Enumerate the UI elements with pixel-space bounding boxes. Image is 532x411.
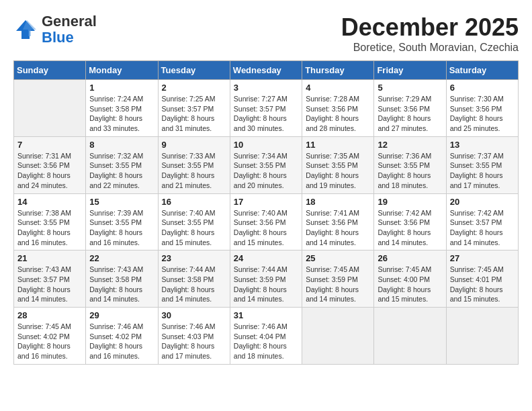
calendar-cell: 21Sunrise: 7:43 AM Sunset: 3:57 PM Dayli… bbox=[14, 250, 86, 308]
weekday-header-friday: Friday bbox=[374, 61, 446, 80]
day-info: Sunrise: 7:29 AM Sunset: 3:56 PM Dayligh… bbox=[378, 94, 442, 134]
calendar-cell: 14Sunrise: 7:38 AM Sunset: 3:55 PM Dayli… bbox=[14, 193, 86, 250]
day-number: 20 bbox=[450, 197, 515, 207]
day-info: Sunrise: 7:45 AM Sunset: 4:00 PM Dayligh… bbox=[378, 265, 442, 304]
day-number: 30 bbox=[162, 310, 226, 320]
calendar-cell: 7Sunrise: 7:31 AM Sunset: 3:56 PM Daylig… bbox=[14, 136, 86, 193]
day-number: 8 bbox=[89, 140, 154, 150]
logo: General Blue bbox=[13, 13, 97, 46]
day-info: Sunrise: 7:46 AM Sunset: 4:03 PM Dayligh… bbox=[162, 322, 226, 361]
month-title: December 2025 bbox=[341, 13, 519, 42]
calendar-cell: 25Sunrise: 7:45 AM Sunset: 3:59 PM Dayli… bbox=[302, 250, 374, 308]
calendar-cell: 3Sunrise: 7:27 AM Sunset: 3:57 PM Daylig… bbox=[230, 80, 302, 137]
weekday-header-monday: Monday bbox=[86, 61, 158, 80]
day-info: Sunrise: 7:39 AM Sunset: 3:55 PM Dayligh… bbox=[89, 208, 154, 248]
calendar-cell: 28Sunrise: 7:45 AM Sunset: 4:02 PM Dayli… bbox=[14, 308, 86, 365]
calendar-cell: 8Sunrise: 7:32 AM Sunset: 3:55 PM Daylig… bbox=[86, 136, 158, 193]
day-info: Sunrise: 7:40 AM Sunset: 3:56 PM Dayligh… bbox=[234, 208, 298, 248]
calendar-cell: 15Sunrise: 7:39 AM Sunset: 3:55 PM Dayli… bbox=[86, 193, 158, 250]
calendar-cell: 4Sunrise: 7:28 AM Sunset: 3:56 PM Daylig… bbox=[302, 80, 374, 137]
calendar-cell: 1Sunrise: 7:24 AM Sunset: 3:58 PM Daylig… bbox=[86, 80, 158, 137]
day-number: 7 bbox=[17, 140, 82, 150]
calendar-cell bbox=[446, 308, 518, 365]
calendar-cell bbox=[302, 308, 374, 365]
day-number: 31 bbox=[234, 310, 298, 320]
day-number: 26 bbox=[378, 253, 442, 263]
day-number: 25 bbox=[306, 253, 370, 263]
week-row-5: 28Sunrise: 7:45 AM Sunset: 4:02 PM Dayli… bbox=[14, 308, 519, 365]
day-info: Sunrise: 7:46 AM Sunset: 4:02 PM Dayligh… bbox=[89, 322, 154, 361]
weekday-header-tuesday: Tuesday bbox=[158, 61, 230, 80]
day-info: Sunrise: 7:33 AM Sunset: 3:55 PM Dayligh… bbox=[162, 151, 226, 191]
week-row-1: 1Sunrise: 7:24 AM Sunset: 3:58 PM Daylig… bbox=[14, 80, 519, 137]
calendar-cell: 29Sunrise: 7:46 AM Sunset: 4:02 PM Dayli… bbox=[86, 308, 158, 365]
day-info: Sunrise: 7:32 AM Sunset: 3:55 PM Dayligh… bbox=[89, 151, 154, 191]
day-number: 9 bbox=[162, 140, 226, 150]
day-number: 3 bbox=[234, 83, 298, 93]
week-row-2: 7Sunrise: 7:31 AM Sunset: 3:56 PM Daylig… bbox=[14, 136, 519, 193]
calendar-cell: 19Sunrise: 7:42 AM Sunset: 3:56 PM Dayli… bbox=[374, 193, 446, 250]
logo-icon bbox=[13, 17, 38, 42]
day-info: Sunrise: 7:24 AM Sunset: 3:58 PM Dayligh… bbox=[89, 94, 154, 134]
day-number: 15 bbox=[89, 197, 154, 207]
calendar-cell: 6Sunrise: 7:30 AM Sunset: 3:56 PM Daylig… bbox=[446, 80, 518, 137]
calendar-cell: 13Sunrise: 7:37 AM Sunset: 3:55 PM Dayli… bbox=[446, 136, 518, 193]
day-number: 27 bbox=[450, 253, 515, 263]
day-info: Sunrise: 7:31 AM Sunset: 3:56 PM Dayligh… bbox=[17, 151, 82, 191]
calendar-cell: 27Sunrise: 7:45 AM Sunset: 4:01 PM Dayli… bbox=[446, 250, 518, 308]
calendar-cell: 5Sunrise: 7:29 AM Sunset: 3:56 PM Daylig… bbox=[374, 80, 446, 137]
weekday-header-sunday: Sunday bbox=[14, 61, 86, 80]
day-info: Sunrise: 7:42 AM Sunset: 3:57 PM Dayligh… bbox=[450, 208, 515, 248]
calendar-cell: 24Sunrise: 7:44 AM Sunset: 3:59 PM Dayli… bbox=[230, 250, 302, 308]
calendar-cell: 30Sunrise: 7:46 AM Sunset: 4:03 PM Dayli… bbox=[158, 308, 230, 365]
day-info: Sunrise: 7:46 AM Sunset: 4:04 PM Dayligh… bbox=[234, 322, 298, 361]
calendar-cell: 26Sunrise: 7:45 AM Sunset: 4:00 PM Dayli… bbox=[374, 250, 446, 308]
calendar-cell: 9Sunrise: 7:33 AM Sunset: 3:55 PM Daylig… bbox=[158, 136, 230, 193]
day-number: 28 bbox=[17, 310, 82, 320]
week-row-4: 21Sunrise: 7:43 AM Sunset: 3:57 PM Dayli… bbox=[14, 250, 519, 308]
logo-blue-text: Blue bbox=[42, 29, 74, 46]
week-row-3: 14Sunrise: 7:38 AM Sunset: 3:55 PM Dayli… bbox=[14, 193, 519, 250]
calendar-cell: 16Sunrise: 7:40 AM Sunset: 3:55 PM Dayli… bbox=[158, 193, 230, 250]
day-number: 19 bbox=[378, 197, 442, 207]
day-info: Sunrise: 7:44 AM Sunset: 3:59 PM Dayligh… bbox=[234, 265, 298, 304]
calendar-cell: 18Sunrise: 7:41 AM Sunset: 3:56 PM Dayli… bbox=[302, 193, 374, 250]
day-number: 23 bbox=[162, 253, 226, 263]
calendar-cell: 17Sunrise: 7:40 AM Sunset: 3:56 PM Dayli… bbox=[230, 193, 302, 250]
day-number: 12 bbox=[378, 140, 442, 150]
day-info: Sunrise: 7:25 AM Sunset: 3:57 PM Dayligh… bbox=[162, 94, 226, 134]
day-info: Sunrise: 7:27 AM Sunset: 3:57 PM Dayligh… bbox=[234, 94, 298, 134]
day-info: Sunrise: 7:43 AM Sunset: 3:58 PM Dayligh… bbox=[89, 265, 154, 304]
day-number: 4 bbox=[306, 83, 370, 93]
day-info: Sunrise: 7:45 AM Sunset: 4:02 PM Dayligh… bbox=[17, 322, 82, 361]
calendar-cell: 20Sunrise: 7:42 AM Sunset: 3:57 PM Dayli… bbox=[446, 193, 518, 250]
day-number: 16 bbox=[162, 197, 226, 207]
day-number: 2 bbox=[162, 83, 226, 93]
calendar-cell: 12Sunrise: 7:36 AM Sunset: 3:55 PM Dayli… bbox=[374, 136, 446, 193]
day-info: Sunrise: 7:44 AM Sunset: 3:58 PM Dayligh… bbox=[162, 265, 226, 304]
calendar-cell bbox=[374, 308, 446, 365]
day-info: Sunrise: 7:38 AM Sunset: 3:55 PM Dayligh… bbox=[17, 208, 82, 248]
day-info: Sunrise: 7:28 AM Sunset: 3:56 PM Dayligh… bbox=[306, 94, 370, 134]
day-info: Sunrise: 7:41 AM Sunset: 3:56 PM Dayligh… bbox=[306, 208, 370, 248]
calendar-cell: 23Sunrise: 7:44 AM Sunset: 3:58 PM Dayli… bbox=[158, 250, 230, 308]
day-info: Sunrise: 7:34 AM Sunset: 3:55 PM Dayligh… bbox=[234, 151, 298, 191]
day-number: 6 bbox=[450, 83, 515, 93]
day-number: 10 bbox=[234, 140, 298, 150]
weekday-header-saturday: Saturday bbox=[446, 61, 518, 80]
day-number: 11 bbox=[306, 140, 370, 150]
calendar: SundayMondayTuesdayWednesdayThursdayFrid… bbox=[13, 60, 519, 365]
day-info: Sunrise: 7:37 AM Sunset: 3:55 PM Dayligh… bbox=[450, 151, 515, 191]
day-number: 1 bbox=[89, 83, 154, 93]
calendar-cell: 31Sunrise: 7:46 AM Sunset: 4:04 PM Dayli… bbox=[230, 308, 302, 365]
day-number: 18 bbox=[306, 197, 370, 207]
calendar-cell: 11Sunrise: 7:35 AM Sunset: 3:55 PM Dayli… bbox=[302, 136, 374, 193]
day-info: Sunrise: 7:45 AM Sunset: 4:01 PM Dayligh… bbox=[450, 265, 515, 304]
day-info: Sunrise: 7:40 AM Sunset: 3:55 PM Dayligh… bbox=[162, 208, 226, 248]
day-number: 14 bbox=[17, 197, 82, 207]
logo-general-text: General bbox=[42, 13, 97, 30]
day-info: Sunrise: 7:42 AM Sunset: 3:56 PM Dayligh… bbox=[378, 208, 442, 248]
title-block: December 2025 Boretice, South Moravian, … bbox=[341, 13, 519, 54]
calendar-cell: 22Sunrise: 7:43 AM Sunset: 3:58 PM Dayli… bbox=[86, 250, 158, 308]
location: Boretice, South Moravian, Czechia bbox=[341, 42, 519, 54]
